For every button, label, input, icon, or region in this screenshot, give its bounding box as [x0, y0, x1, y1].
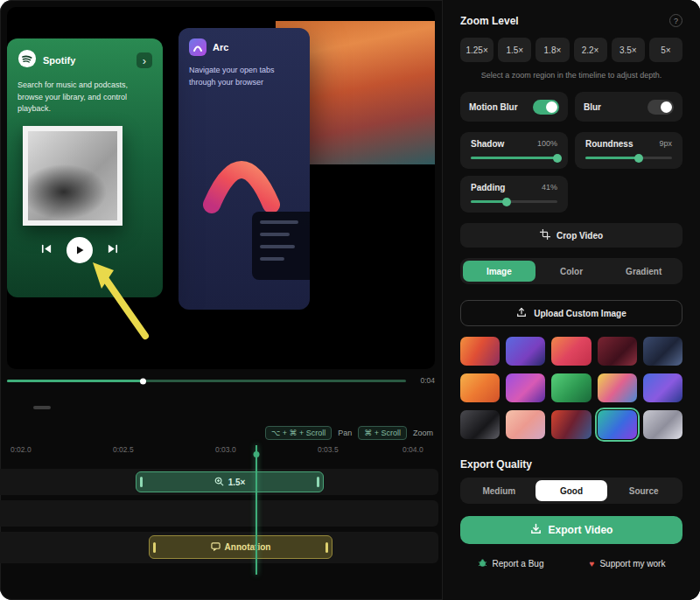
timeline-ruler[interactable]: 0:02.0 0:02.5 0:03.0 0:03.5 0:04.0	[0, 445, 442, 456]
style-sliders: Shadow 100% Roundness 9px Padding	[460, 132, 682, 213]
shadow-slider[interactable]	[471, 157, 557, 159]
crop-video-button[interactable]: Crop Video	[460, 223, 682, 248]
arc-card-header: Arc	[189, 38, 299, 56]
arc-logo-icon	[189, 38, 206, 56]
wallpaper-thumb[interactable]	[460, 410, 500, 439]
zoom-option-button[interactable]: 2.2×	[574, 38, 607, 62]
zoom-option-button[interactable]: 3.5×	[612, 38, 645, 62]
video-preview[interactable]: Arc Navigate your open tabs through your…	[7, 7, 435, 369]
slider-knob[interactable]	[502, 198, 511, 206]
blur-toggle[interactable]	[648, 100, 674, 115]
motion-blur-toggle[interactable]	[533, 100, 559, 115]
wallpaper-thumb-selected[interactable]	[598, 410, 637, 439]
magnifier-plus-icon	[214, 477, 224, 488]
upload-custom-image-button[interactable]: Upload Custom Image	[460, 300, 682, 326]
blur-card: Blur	[575, 92, 682, 122]
app-window: Arc Navigate your open tabs through your…	[0, 0, 700, 600]
arc-card-description: Navigate your open tabs through your bro…	[189, 65, 290, 89]
wallpaper-thumb[interactable]	[598, 373, 637, 402]
pan-shortcut-chip: ⌥ + ⌘ + Scroll	[265, 426, 332, 440]
bug-icon	[478, 558, 487, 569]
quality-medium[interactable]: Medium	[463, 480, 536, 501]
quality-good[interactable]: Good	[536, 480, 608, 501]
export-video-button[interactable]: Export Video	[460, 516, 682, 544]
zoom-option-button[interactable]: 1.5×	[498, 38, 531, 62]
wallpaper-grid	[460, 337, 682, 439]
annotation-segment-label: Annotation	[225, 542, 271, 552]
ruler-tick: 0:03.5	[318, 445, 339, 454]
zoom-segment[interactable]: 1.5×	[136, 471, 324, 492]
toggle-knob	[661, 101, 672, 113]
zoom-option-button[interactable]: 5×	[649, 38, 682, 62]
download-icon	[530, 523, 542, 537]
playhead-dot[interactable]	[254, 451, 260, 457]
tab-color[interactable]: Color	[536, 261, 608, 282]
wallpaper-thumb[interactable]	[551, 410, 591, 439]
shadow-value: 100%	[537, 139, 557, 149]
annotation-bubble-icon	[211, 541, 220, 553]
wallpaper-thumb[interactable]	[643, 337, 682, 366]
support-label: Support my work	[599, 559, 665, 569]
motion-blur-card: Motion Blur	[460, 92, 568, 122]
quality-source[interactable]: Source	[607, 480, 680, 501]
upload-custom-image-label: Upload Custom Image	[534, 309, 626, 318]
report-bug-link[interactable]: Report a Bug	[478, 558, 544, 569]
tab-image[interactable]: Image	[463, 261, 536, 282]
clip-track[interactable]	[0, 500, 438, 527]
zoom-level-title: Zoom Level	[460, 15, 519, 27]
progress-fill	[7, 380, 143, 382]
support-link[interactable]: ♥ Support my work	[589, 559, 665, 569]
album-art-image	[28, 131, 117, 220]
shadow-label: Shadow	[471, 139, 504, 149]
wallpaper-thumb[interactable]	[460, 373, 500, 402]
export-video-label: Export Video	[549, 524, 613, 536]
wallpaper-thumb[interactable]	[643, 373, 682, 402]
padding-label: Padding	[471, 183, 505, 192]
slider-knob[interactable]	[634, 154, 643, 163]
help-icon[interactable]: ?	[669, 14, 682, 27]
wallpaper-thumb[interactable]	[598, 337, 637, 366]
padding-slider-card: Padding 41%	[460, 176, 568, 213]
annotation-arrow	[75, 250, 158, 342]
padding-slider[interactable]	[471, 200, 557, 203]
shadow-slider-card: Shadow 100%	[460, 132, 568, 169]
playback-progress-bar[interactable]: 0:04	[7, 375, 435, 386]
zoom-shortcut-chip: ⌘ + Scroll	[358, 426, 407, 440]
arc-card: Arc Navigate your open tabs through your…	[178, 28, 310, 310]
roundness-slider[interactable]	[585, 157, 672, 159]
wallpaper-thumb[interactable]	[506, 373, 545, 402]
wallpaper-thumb[interactable]	[506, 410, 545, 439]
roundness-slider-card: Roundness 9px	[575, 132, 682, 169]
background-type-tabs: Image Color Gradient	[460, 258, 682, 284]
crop-video-label: Crop Video	[556, 231, 603, 241]
roundness-value: 9px	[659, 139, 672, 149]
wallpaper-thumb[interactable]	[551, 337, 591, 366]
chevron-right-icon: ›	[136, 52, 152, 68]
wallpaper-thumb[interactable]	[506, 337, 545, 366]
spotify-card-description: Search for music and podcasts, browse yo…	[18, 80, 150, 115]
zoom-option-button[interactable]: 1.8×	[536, 38, 569, 62]
zoom-option-button[interactable]: 1.25×	[460, 38, 494, 62]
progress-handle[interactable]	[140, 378, 146, 384]
slider-knob[interactable]	[553, 154, 562, 163]
annotation-segment[interactable]: Annotation	[149, 535, 332, 559]
album-art	[23, 126, 122, 226]
ruler-tick: 0:02.0	[10, 445, 32, 454]
tab-gradient[interactable]: Gradient	[607, 261, 680, 282]
wallpaper-thumb[interactable]	[460, 337, 500, 366]
playhead[interactable]	[256, 445, 257, 575]
arc-large-logo-icon	[200, 140, 284, 219]
wallpaper-thumb[interactable]	[551, 373, 591, 402]
editor-area: Arc Navigate your open tabs through your…	[0, 0, 442, 600]
ruler-tick: 0:02.5	[113, 445, 134, 454]
progress-track[interactable]	[7, 380, 406, 382]
panel-header: Zoom Level ?	[460, 14, 682, 27]
wallpaper-thumb[interactable]	[643, 410, 682, 439]
crop-icon	[540, 229, 550, 241]
heart-icon: ♥	[589, 559, 594, 569]
duration-label: 0:04	[420, 376, 435, 385]
timeline-resize-handle[interactable]	[33, 406, 51, 409]
upload-icon	[516, 307, 527, 319]
export-quality-tabs: Medium Good Source	[460, 478, 682, 504]
toggle-knob	[546, 101, 557, 113]
